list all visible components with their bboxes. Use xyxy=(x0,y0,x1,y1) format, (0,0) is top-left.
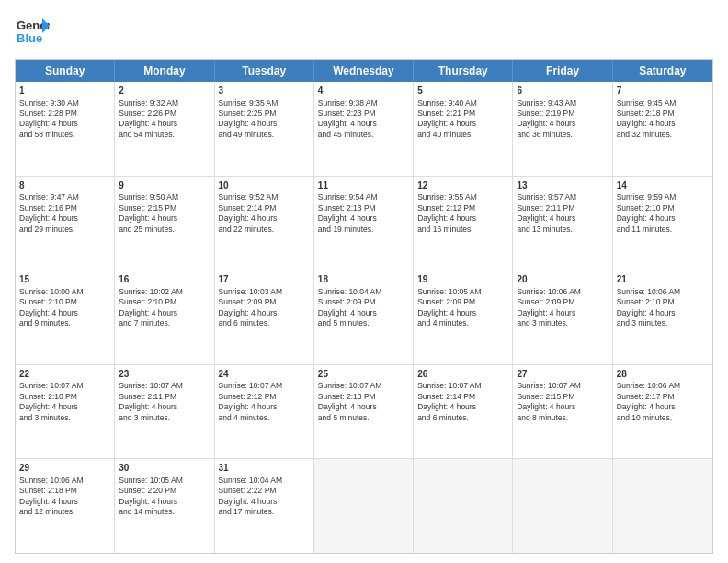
day-info-line: and 45 minutes. xyxy=(318,130,373,139)
day-number: 21 xyxy=(617,273,709,286)
day-info-line: and 32 minutes. xyxy=(617,130,672,139)
day-info-line: Daylight: 4 hours xyxy=(219,402,278,411)
day-info-line: Daylight: 4 hours xyxy=(517,308,575,317)
day-info-line: and 19 minutes. xyxy=(318,224,373,234)
cal-cell: 17Sunrise: 10:03 AMSunset: 2:09 PMDaylig… xyxy=(215,270,314,364)
day-info-line: Sunrise: 9:40 AM xyxy=(417,98,477,108)
day-info-line: Sunset: 2:26 PM xyxy=(119,109,176,118)
day-info-line: Sunrise: 9:43 AM xyxy=(517,98,576,108)
day-info-line: Sunset: 2:20 PM xyxy=(119,486,176,495)
day-info-line: and 3 minutes. xyxy=(517,318,568,327)
cal-cell: 10Sunrise: 9:52 AMSunset: 2:14 PMDayligh… xyxy=(215,177,314,270)
cal-cell: 9Sunrise: 9:50 AMSunset: 2:15 PMDaylight… xyxy=(115,177,214,270)
day-number: 27 xyxy=(517,368,608,381)
day-info-line: Daylight: 4 hours xyxy=(219,213,278,223)
day-info-line: Sunset: 2:09 PM xyxy=(318,297,376,306)
day-info-line: Sunrise: 10:07 AM xyxy=(417,381,481,390)
day-header-sunday: Sunday xyxy=(16,60,115,82)
day-info-line: Sunset: 2:15 PM xyxy=(119,203,176,213)
svg-text:Blue: Blue xyxy=(17,31,42,45)
day-info-line: Sunset: 2:11 PM xyxy=(119,392,176,401)
day-info-line: Daylight: 4 hours xyxy=(617,308,676,317)
day-info-line: Sunrise: 10:07 AM xyxy=(517,381,580,390)
day-info-line: Sunset: 2:16 PM xyxy=(19,203,77,213)
day-number: 16 xyxy=(119,273,210,286)
day-info-line: Sunrise: 10:07 AM xyxy=(119,381,182,390)
day-info-line: Sunrise: 9:54 AM xyxy=(318,192,378,201)
cal-cell: 27Sunrise: 10:07 AMSunset: 2:15 PMDaylig… xyxy=(513,365,612,459)
day-info-line: Daylight: 4 hours xyxy=(417,402,476,411)
day-info-line: and 36 minutes. xyxy=(517,130,572,139)
day-info-line: Daylight: 4 hours xyxy=(517,402,575,411)
cal-cell xyxy=(414,459,513,553)
cal-cell: 4Sunrise: 9:38 AMSunset: 2:23 PMDaylight… xyxy=(314,82,414,176)
day-info-line: Sunrise: 10:02 AM xyxy=(119,287,182,296)
day-info-line: Daylight: 4 hours xyxy=(617,402,676,411)
day-info-line: Sunset: 2:13 PM xyxy=(318,203,376,213)
header: General Blue xyxy=(15,13,713,52)
cal-cell: 13Sunrise: 9:57 AMSunset: 2:11 PMDayligh… xyxy=(513,177,612,270)
week-row-3: 15Sunrise: 10:00 AMSunset: 2:10 PMDaylig… xyxy=(16,270,712,365)
logo: General Blue xyxy=(15,13,50,52)
day-info-line: Sunset: 2:18 PM xyxy=(617,109,675,118)
cal-cell: 25Sunrise: 10:07 AMSunset: 2:13 PMDaylig… xyxy=(314,365,414,459)
day-info-line: Sunset: 2:09 PM xyxy=(517,297,574,306)
day-info-line: Daylight: 4 hours xyxy=(19,402,78,411)
day-info-line: Sunset: 2:21 PM xyxy=(417,109,475,118)
day-header-thursday: Thursday xyxy=(414,60,513,82)
cal-cell: 21Sunrise: 10:06 AMSunset: 2:10 PMDaylig… xyxy=(613,270,712,364)
day-info-line: and 5 minutes. xyxy=(318,318,370,327)
day-info-line: and 54 minutes. xyxy=(119,130,174,139)
logo-icon: General Blue xyxy=(15,13,50,52)
cal-cell: 14Sunrise: 9:59 AMSunset: 2:10 PMDayligh… xyxy=(613,177,712,270)
day-info-line: Sunset: 2:15 PM xyxy=(517,392,574,401)
day-info-line: Daylight: 4 hours xyxy=(318,213,377,223)
day-info-line: Daylight: 4 hours xyxy=(318,119,377,128)
day-info-line: and 58 minutes. xyxy=(19,130,74,139)
cal-cell xyxy=(314,459,414,553)
day-info-line: and 22 minutes. xyxy=(219,224,274,234)
day-info-line: Daylight: 4 hours xyxy=(19,213,78,223)
cal-cell: 30Sunrise: 10:05 AMSunset: 2:20 PMDaylig… xyxy=(115,459,214,553)
page: General Blue SundayMondayTuesdayWednesda… xyxy=(0,0,728,563)
day-info-line: and 10 minutes. xyxy=(617,413,672,422)
day-info-line: and 11 minutes. xyxy=(617,224,672,234)
cal-cell: 22Sunrise: 10:07 AMSunset: 2:10 PMDaylig… xyxy=(16,365,115,459)
day-number: 28 xyxy=(617,368,709,381)
day-info-line: Daylight: 4 hours xyxy=(219,497,278,506)
day-number: 5 xyxy=(417,85,508,98)
day-info-line: Daylight: 4 hours xyxy=(417,119,476,128)
day-header-saturday: Saturday xyxy=(613,60,712,82)
day-info-line: Daylight: 4 hours xyxy=(318,308,377,317)
day-info-line: and 6 minutes. xyxy=(219,318,270,327)
day-number: 24 xyxy=(219,368,310,381)
day-info-line: Daylight: 4 hours xyxy=(517,119,575,128)
cal-cell: 11Sunrise: 9:54 AMSunset: 2:13 PMDayligh… xyxy=(314,177,414,270)
day-info-line: Sunset: 2:14 PM xyxy=(219,203,277,213)
day-info-line: Sunset: 2:10 PM xyxy=(19,392,77,401)
day-info-line: and 6 minutes. xyxy=(417,413,469,422)
day-info-line: and 12 minutes. xyxy=(19,507,74,516)
day-info-line: Sunrise: 10:00 AM xyxy=(19,287,83,296)
day-number: 12 xyxy=(417,179,508,192)
day-info-line: Sunset: 2:11 PM xyxy=(517,203,574,213)
day-info-line: Daylight: 4 hours xyxy=(417,213,476,223)
day-number: 11 xyxy=(318,179,409,192)
calendar-header: SundayMondayTuesdayWednesdayThursdayFrid… xyxy=(16,60,712,82)
day-number: 15 xyxy=(19,273,110,286)
cal-cell: 18Sunrise: 10:04 AMSunset: 2:09 PMDaylig… xyxy=(314,270,414,364)
day-number: 7 xyxy=(617,85,709,98)
day-number: 19 xyxy=(417,273,508,286)
week-row-5: 29Sunrise: 10:06 AMSunset: 2:18 PMDaylig… xyxy=(16,459,712,553)
day-number: 30 xyxy=(119,462,210,475)
day-header-friday: Friday xyxy=(513,60,612,82)
day-info-line: Daylight: 4 hours xyxy=(19,497,78,506)
day-info-line: Sunrise: 10:03 AM xyxy=(219,287,282,296)
day-info-line: and 3 minutes. xyxy=(617,318,668,327)
cal-cell: 8Sunrise: 9:47 AMSunset: 2:16 PMDaylight… xyxy=(16,177,115,270)
cal-cell: 7Sunrise: 9:45 AMSunset: 2:18 PMDaylight… xyxy=(613,82,712,176)
day-info-line: Sunset: 2:22 PM xyxy=(219,486,277,495)
day-header-monday: Monday xyxy=(115,60,214,82)
day-number: 22 xyxy=(19,368,110,381)
cal-cell: 19Sunrise: 10:05 AMSunset: 2:09 PMDaylig… xyxy=(414,270,513,364)
